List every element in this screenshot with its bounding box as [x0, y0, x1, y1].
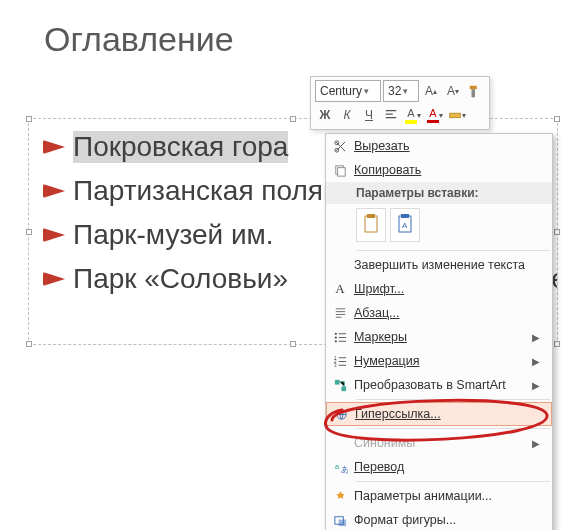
- svg-rect-8: [401, 214, 409, 218]
- submenu-arrow-icon: ▶: [532, 438, 546, 449]
- svg-rect-16: [334, 379, 339, 384]
- menu-synonyms: Синонимы ▶: [326, 431, 552, 455]
- bold-button[interactable]: Ж: [315, 105, 335, 125]
- font-size-select[interactable]: 32▾: [383, 80, 419, 102]
- paste-option-2[interactable]: A: [390, 208, 420, 242]
- submenu-arrow-icon: ▶: [532, 332, 546, 343]
- increase-font-icon[interactable]: A▴: [421, 81, 441, 101]
- resize-handle[interactable]: [26, 229, 32, 235]
- svg-text:3: 3: [333, 363, 336, 368]
- menu-convert-smartart[interactable]: Преобразовать в SmartArt ▶: [326, 373, 552, 397]
- resize-handle[interactable]: [554, 229, 560, 235]
- menu-label: Вырезать: [354, 139, 410, 153]
- resize-handle[interactable]: [290, 116, 296, 122]
- svg-text:A: A: [402, 221, 408, 230]
- menu-label: Маркеры: [354, 330, 407, 344]
- font-size-value: 32: [388, 84, 401, 98]
- menu-label: Шрифт...: [354, 282, 404, 296]
- svg-point-10: [334, 332, 336, 334]
- menu-label: Перевод: [354, 460, 404, 474]
- svg-rect-6: [367, 214, 375, 218]
- menu-label: Гиперссылка...: [355, 407, 441, 421]
- svg-rect-5: [365, 216, 377, 232]
- align-button[interactable]: [381, 105, 401, 125]
- submenu-arrow-icon: ▶: [532, 380, 546, 391]
- list-item-text[interactable]: Покровская гора: [73, 131, 288, 163]
- slide-title: Оглавление: [44, 20, 234, 59]
- decrease-font-icon[interactable]: A▾: [443, 81, 463, 101]
- svg-rect-22: [338, 519, 346, 526]
- smartart-icon: [326, 378, 354, 393]
- menu-label: Синонимы: [354, 436, 415, 450]
- format-shape-icon: [326, 513, 354, 528]
- menu-translate[interactable]: aあ Перевод: [326, 455, 552, 479]
- italic-button[interactable]: К: [337, 105, 357, 125]
- menu-label: Завершить изменение текста: [354, 258, 525, 272]
- mini-toolbar: Century▾ 32▾ A▴ A▾ Ж К Ч A▾ A▾: [310, 76, 490, 130]
- resize-handle[interactable]: [26, 341, 32, 347]
- svg-rect-0: [450, 113, 461, 117]
- hyperlink-icon: [327, 407, 355, 422]
- font-name-value: Century: [320, 84, 362, 98]
- resize-handle[interactable]: [26, 116, 32, 122]
- menu-hyperlink[interactable]: Гиперссылка...: [326, 402, 552, 426]
- list-item-text[interactable]: Парк-музей им.: [73, 219, 274, 251]
- font-icon: A: [326, 281, 354, 297]
- menu-numbering[interactable]: 123 Нумерация ▶: [326, 349, 552, 373]
- resize-handle[interactable]: [554, 341, 560, 347]
- menu-format-shape[interactable]: Формат фигуры...: [326, 508, 552, 530]
- bullets-icon: [326, 330, 354, 345]
- font-name-select[interactable]: Century▾: [315, 80, 381, 102]
- bullet-icon: [43, 228, 65, 242]
- bullet-icon: [43, 184, 65, 198]
- paragraph-icon: [326, 306, 354, 321]
- scissors-icon: [326, 139, 354, 154]
- menu-label: Параметры анимации...: [354, 489, 492, 503]
- list-item-text[interactable]: Парк «Соловьи»: [73, 263, 288, 295]
- styles-button[interactable]: ▾: [447, 105, 467, 125]
- menu-label: Преобразовать в SmartArt: [354, 378, 506, 392]
- paste-options-row: A: [326, 204, 552, 248]
- svg-point-11: [334, 336, 336, 338]
- numbering-icon: 123: [326, 354, 354, 369]
- svg-text:a: a: [334, 462, 339, 471]
- resize-handle[interactable]: [554, 116, 560, 122]
- menu-label: Абзац...: [354, 306, 399, 320]
- bullet-icon: [43, 140, 65, 154]
- menu-animation-options[interactable]: Параметры анимации...: [326, 484, 552, 508]
- menu-cut[interactable]: Вырезать: [326, 134, 552, 158]
- svg-rect-4: [337, 167, 345, 175]
- resize-handle[interactable]: [290, 341, 296, 347]
- bullet-icon: [43, 272, 65, 286]
- format-painter-icon[interactable]: [465, 81, 485, 101]
- paste-option-1[interactable]: [356, 208, 386, 242]
- list-item-text[interactable]: Партизанская поляна: [73, 175, 354, 207]
- menu-label: Нумерация: [354, 354, 420, 368]
- svg-point-12: [334, 340, 336, 342]
- context-menu: Вырезать Копировать Параметры вставки: A…: [325, 133, 553, 530]
- svg-text:あ: あ: [340, 465, 348, 474]
- paste-options-header: Параметры вставки:: [326, 182, 552, 204]
- menu-label: Копировать: [354, 163, 421, 177]
- menu-label: Формат фигуры...: [354, 513, 456, 527]
- highlight-color-button[interactable]: A▾: [403, 105, 423, 125]
- menu-finish-editing[interactable]: Завершить изменение текста: [326, 253, 552, 277]
- menu-copy[interactable]: Копировать: [326, 158, 552, 182]
- menu-bullets[interactable]: Маркеры ▶: [326, 325, 552, 349]
- translate-icon: aあ: [326, 460, 354, 475]
- font-color-button[interactable]: A▾: [425, 105, 445, 125]
- menu-paragraph[interactable]: Абзац...: [326, 301, 552, 325]
- menu-font[interactable]: A Шрифт...: [326, 277, 552, 301]
- animation-icon: [326, 489, 354, 504]
- svg-rect-17: [341, 386, 346, 391]
- copy-icon: [326, 163, 354, 178]
- submenu-arrow-icon: ▶: [532, 356, 546, 367]
- underline-button[interactable]: Ч: [359, 105, 379, 125]
